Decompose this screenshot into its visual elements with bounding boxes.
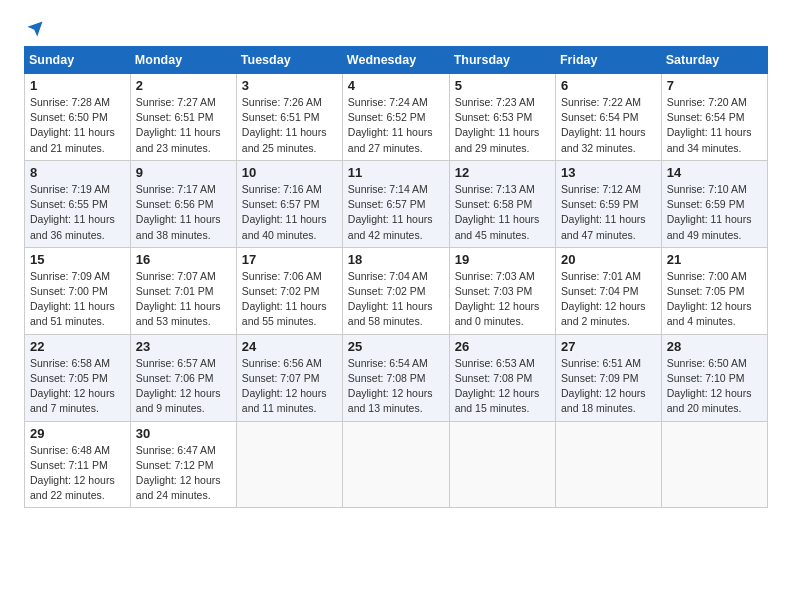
- day-number: 19: [455, 252, 550, 267]
- day-info: Sunrise: 7:22 AMSunset: 6:54 PMDaylight:…: [561, 95, 656, 156]
- calendar-cell: 26Sunrise: 6:53 AMSunset: 7:08 PMDayligh…: [449, 334, 555, 421]
- day-number: 12: [455, 165, 550, 180]
- day-info: Sunrise: 7:19 AMSunset: 6:55 PMDaylight:…: [30, 182, 125, 243]
- weekday-header-saturday: Saturday: [661, 47, 767, 74]
- calendar-cell: 12Sunrise: 7:13 AMSunset: 6:58 PMDayligh…: [449, 160, 555, 247]
- day-info: Sunrise: 7:13 AMSunset: 6:58 PMDaylight:…: [455, 182, 550, 243]
- weekday-header-thursday: Thursday: [449, 47, 555, 74]
- day-number: 1: [30, 78, 125, 93]
- day-info: Sunrise: 7:01 AMSunset: 7:04 PMDaylight:…: [561, 269, 656, 330]
- day-number: 23: [136, 339, 231, 354]
- day-number: 26: [455, 339, 550, 354]
- day-number: 20: [561, 252, 656, 267]
- calendar-cell: 4Sunrise: 7:24 AMSunset: 6:52 PMDaylight…: [342, 74, 449, 161]
- day-info: Sunrise: 7:28 AMSunset: 6:50 PMDaylight:…: [30, 95, 125, 156]
- calendar-cell: 24Sunrise: 6:56 AMSunset: 7:07 PMDayligh…: [236, 334, 342, 421]
- calendar-cell: 29Sunrise: 6:48 AMSunset: 7:11 PMDayligh…: [25, 421, 131, 508]
- calendar-cell: 1Sunrise: 7:28 AMSunset: 6:50 PMDaylight…: [25, 74, 131, 161]
- day-number: 14: [667, 165, 762, 180]
- day-number: 16: [136, 252, 231, 267]
- day-info: Sunrise: 7:14 AMSunset: 6:57 PMDaylight:…: [348, 182, 444, 243]
- calendar-cell: [555, 421, 661, 508]
- calendar-week-5: 29Sunrise: 6:48 AMSunset: 7:11 PMDayligh…: [25, 421, 768, 508]
- day-number: 13: [561, 165, 656, 180]
- day-number: 3: [242, 78, 337, 93]
- calendar-cell: 23Sunrise: 6:57 AMSunset: 7:06 PMDayligh…: [130, 334, 236, 421]
- day-number: 27: [561, 339, 656, 354]
- day-number: 25: [348, 339, 444, 354]
- calendar-cell: [449, 421, 555, 508]
- calendar-cell: 19Sunrise: 7:03 AMSunset: 7:03 PMDayligh…: [449, 247, 555, 334]
- day-number: 17: [242, 252, 337, 267]
- day-number: 8: [30, 165, 125, 180]
- day-number: 18: [348, 252, 444, 267]
- day-number: 7: [667, 78, 762, 93]
- calendar-body: 1Sunrise: 7:28 AMSunset: 6:50 PMDaylight…: [25, 74, 768, 508]
- calendar-cell: 21Sunrise: 7:00 AMSunset: 7:05 PMDayligh…: [661, 247, 767, 334]
- calendar-cell: 15Sunrise: 7:09 AMSunset: 7:00 PMDayligh…: [25, 247, 131, 334]
- day-info: Sunrise: 7:17 AMSunset: 6:56 PMDaylight:…: [136, 182, 231, 243]
- page-header: [24, 20, 768, 38]
- weekday-header-row: SundayMondayTuesdayWednesdayThursdayFrid…: [25, 47, 768, 74]
- day-info: Sunrise: 6:50 AMSunset: 7:10 PMDaylight:…: [667, 356, 762, 417]
- calendar-cell: 7Sunrise: 7:20 AMSunset: 6:54 PMDaylight…: [661, 74, 767, 161]
- day-info: Sunrise: 7:09 AMSunset: 7:00 PMDaylight:…: [30, 269, 125, 330]
- day-number: 5: [455, 78, 550, 93]
- calendar-week-3: 15Sunrise: 7:09 AMSunset: 7:00 PMDayligh…: [25, 247, 768, 334]
- day-number: 10: [242, 165, 337, 180]
- calendar-cell: 27Sunrise: 6:51 AMSunset: 7:09 PMDayligh…: [555, 334, 661, 421]
- calendar-cell: 8Sunrise: 7:19 AMSunset: 6:55 PMDaylight…: [25, 160, 131, 247]
- weekday-header-sunday: Sunday: [25, 47, 131, 74]
- day-info: Sunrise: 6:57 AMSunset: 7:06 PMDaylight:…: [136, 356, 231, 417]
- day-info: Sunrise: 7:03 AMSunset: 7:03 PMDaylight:…: [455, 269, 550, 330]
- calendar-cell: 6Sunrise: 7:22 AMSunset: 6:54 PMDaylight…: [555, 74, 661, 161]
- day-number: 6: [561, 78, 656, 93]
- day-number: 2: [136, 78, 231, 93]
- calendar-week-4: 22Sunrise: 6:58 AMSunset: 7:05 PMDayligh…: [25, 334, 768, 421]
- day-info: Sunrise: 7:12 AMSunset: 6:59 PMDaylight:…: [561, 182, 656, 243]
- calendar-cell: [236, 421, 342, 508]
- day-info: Sunrise: 7:10 AMSunset: 6:59 PMDaylight:…: [667, 182, 762, 243]
- day-info: Sunrise: 7:20 AMSunset: 6:54 PMDaylight:…: [667, 95, 762, 156]
- day-info: Sunrise: 6:48 AMSunset: 7:11 PMDaylight:…: [30, 443, 125, 504]
- day-info: Sunrise: 7:27 AMSunset: 6:51 PMDaylight:…: [136, 95, 231, 156]
- day-number: 21: [667, 252, 762, 267]
- day-number: 24: [242, 339, 337, 354]
- calendar-cell: 2Sunrise: 7:27 AMSunset: 6:51 PMDaylight…: [130, 74, 236, 161]
- day-info: Sunrise: 7:04 AMSunset: 7:02 PMDaylight:…: [348, 269, 444, 330]
- day-info: Sunrise: 6:58 AMSunset: 7:05 PMDaylight:…: [30, 356, 125, 417]
- day-number: 29: [30, 426, 125, 441]
- calendar-cell: 28Sunrise: 6:50 AMSunset: 7:10 PMDayligh…: [661, 334, 767, 421]
- calendar-cell: 20Sunrise: 7:01 AMSunset: 7:04 PMDayligh…: [555, 247, 661, 334]
- calendar-cell: [661, 421, 767, 508]
- day-number: 15: [30, 252, 125, 267]
- calendar-week-1: 1Sunrise: 7:28 AMSunset: 6:50 PMDaylight…: [25, 74, 768, 161]
- calendar-cell: 17Sunrise: 7:06 AMSunset: 7:02 PMDayligh…: [236, 247, 342, 334]
- day-info: Sunrise: 7:06 AMSunset: 7:02 PMDaylight:…: [242, 269, 337, 330]
- calendar-cell: 16Sunrise: 7:07 AMSunset: 7:01 PMDayligh…: [130, 247, 236, 334]
- day-number: 30: [136, 426, 231, 441]
- calendar-cell: 9Sunrise: 7:17 AMSunset: 6:56 PMDaylight…: [130, 160, 236, 247]
- calendar-cell: [342, 421, 449, 508]
- calendar-table: SundayMondayTuesdayWednesdayThursdayFrid…: [24, 46, 768, 508]
- calendar-cell: 18Sunrise: 7:04 AMSunset: 7:02 PMDayligh…: [342, 247, 449, 334]
- day-info: Sunrise: 7:26 AMSunset: 6:51 PMDaylight:…: [242, 95, 337, 156]
- calendar-cell: 14Sunrise: 7:10 AMSunset: 6:59 PMDayligh…: [661, 160, 767, 247]
- calendar-cell: 11Sunrise: 7:14 AMSunset: 6:57 PMDayligh…: [342, 160, 449, 247]
- day-number: 4: [348, 78, 444, 93]
- calendar-cell: 5Sunrise: 7:23 AMSunset: 6:53 PMDaylight…: [449, 74, 555, 161]
- day-info: Sunrise: 7:24 AMSunset: 6:52 PMDaylight:…: [348, 95, 444, 156]
- day-info: Sunrise: 6:47 AMSunset: 7:12 PMDaylight:…: [136, 443, 231, 504]
- day-info: Sunrise: 7:16 AMSunset: 6:57 PMDaylight:…: [242, 182, 337, 243]
- day-number: 9: [136, 165, 231, 180]
- weekday-header-friday: Friday: [555, 47, 661, 74]
- weekday-header-tuesday: Tuesday: [236, 47, 342, 74]
- day-number: 22: [30, 339, 125, 354]
- day-info: Sunrise: 6:54 AMSunset: 7:08 PMDaylight:…: [348, 356, 444, 417]
- day-number: 28: [667, 339, 762, 354]
- weekday-header-wednesday: Wednesday: [342, 47, 449, 74]
- logo-bird-icon: [26, 20, 44, 38]
- day-info: Sunrise: 7:00 AMSunset: 7:05 PMDaylight:…: [667, 269, 762, 330]
- day-number: 11: [348, 165, 444, 180]
- day-info: Sunrise: 6:53 AMSunset: 7:08 PMDaylight:…: [455, 356, 550, 417]
